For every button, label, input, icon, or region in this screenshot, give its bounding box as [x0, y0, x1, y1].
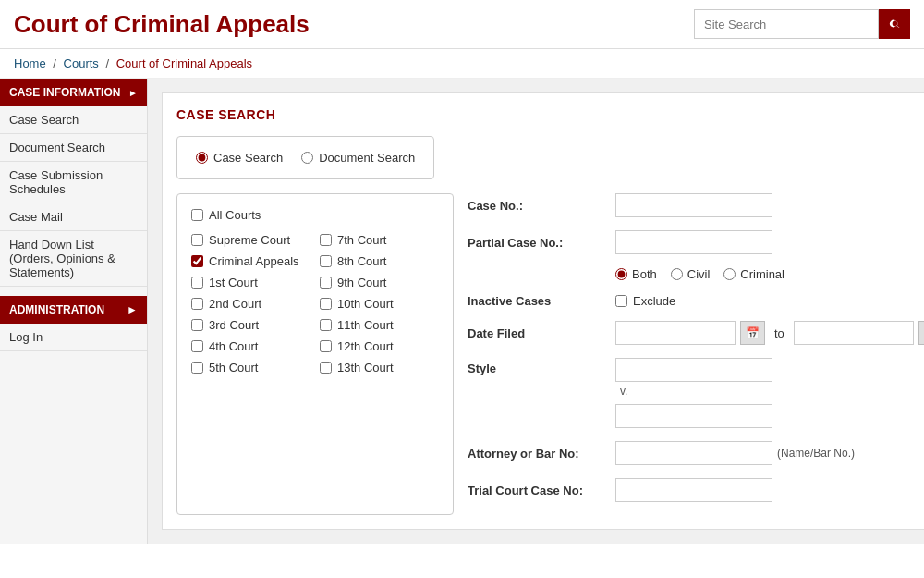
two-col-layout: All Courts Supreme Court 7th Court [176, 193, 924, 515]
court-label-13: 13th Court [337, 361, 394, 375]
breadcrumb-current[interactable]: Court of Criminal Appeals [116, 56, 252, 70]
court-checkbox-11[interactable] [320, 340, 332, 352]
attorney-label: Attorney or Bar No: [468, 447, 615, 461]
court-item-3[interactable]: 8th Court [320, 254, 439, 268]
breadcrumb-home[interactable]: Home [14, 56, 46, 70]
trial-court-label: Trial Court Case No: [468, 484, 615, 498]
civil-option[interactable]: Civil [671, 267, 711, 281]
court-checkbox-5[interactable] [320, 277, 332, 289]
filter-radio-options: Both Civil Criminal [615, 267, 784, 281]
court-checkbox-3[interactable] [320, 255, 332, 267]
date-to-input[interactable] [794, 321, 914, 345]
content-inner: CASE SEARCH Case Search Document Search [162, 92, 924, 530]
court-checkbox-1[interactable] [320, 234, 332, 246]
breadcrumb-courts[interactable]: Courts [64, 56, 99, 70]
court-item-6[interactable]: 2nd Court [191, 297, 310, 311]
court-item-4[interactable]: 1st Court [191, 276, 310, 289]
partial-case-no-label: Partial Case No.: [468, 236, 615, 250]
civil-radio[interactable] [671, 268, 683, 280]
court-label-2: Criminal Appeals [209, 254, 299, 268]
site-search-bar [694, 9, 910, 39]
sidebar-item-hand-down: Hand Down List (Orders, Opinions & State… [0, 231, 147, 287]
document-search-radio[interactable] [301, 152, 313, 164]
all-courts-row: All Courts [191, 208, 439, 222]
court-item-0[interactable]: Supreme Court [191, 233, 310, 247]
sidebar-link-login[interactable]: Log In [0, 324, 147, 351]
court-checkbox-13[interactable] [320, 362, 332, 374]
court-checkbox-9[interactable] [320, 319, 332, 331]
court-checkbox-10[interactable] [191, 340, 203, 352]
site-search-button[interactable] [879, 9, 910, 39]
sidebar-item-case-search: Case Search [0, 106, 147, 134]
court-item-1[interactable]: 7th Court [320, 233, 439, 247]
main-content: CASE SEARCH Case Search Document Search [148, 79, 924, 544]
case-info-arrow-icon: ► [128, 88, 138, 98]
court-checkbox-2[interactable] [191, 255, 203, 267]
site-search-input[interactable] [694, 9, 879, 39]
court-checkbox-12[interactable] [191, 362, 203, 374]
sidebar-link-hand-down[interactable]: Hand Down List (Orders, Opinions & State… [0, 231, 147, 287]
document-search-option[interactable]: Document Search [301, 151, 415, 165]
court-checkbox-8[interactable] [191, 319, 203, 331]
exclude-option[interactable]: Exclude [615, 294, 675, 308]
court-label-7: 10th Court [337, 297, 394, 311]
sidebar-item-submission: Case Submission Schedules [0, 162, 147, 203]
sidebar-item-doc-search: Document Search [0, 134, 147, 162]
court-label-0: Supreme Court [209, 233, 290, 247]
court-item-13[interactable]: 13th Court [320, 361, 439, 375]
date-to-calendar-button[interactable]: 📅 [918, 321, 924, 345]
date-filed-label: Date Filed [468, 326, 615, 340]
court-item-2[interactable]: Criminal Appeals [191, 254, 310, 268]
court-checkbox-6[interactable] [191, 298, 203, 310]
both-option[interactable]: Both [615, 267, 657, 281]
court-checkbox-7[interactable] [320, 298, 332, 310]
court-label-4: 1st Court [209, 276, 258, 289]
court-checkbox-4[interactable] [191, 277, 203, 289]
case-search-option[interactable]: Case Search [196, 151, 283, 165]
date-filed-row: Date Filed 📅 to 📅 [468, 321, 924, 345]
court-item-7[interactable]: 10th Court [320, 297, 439, 311]
calendar-icon-from: 📅 [746, 326, 760, 339]
case-info-section-header[interactable]: CASE INFORMATION ► [0, 79, 147, 106]
sidebar-item-case-mail: Case Mail [0, 203, 147, 231]
criminal-option[interactable]: Criminal [723, 267, 784, 281]
all-courts-checkbox[interactable] [191, 209, 203, 221]
case-search-radio[interactable] [196, 152, 208, 164]
case-no-input[interactable] [615, 193, 772, 217]
style-label: Style [468, 358, 615, 375]
court-item-9[interactable]: 11th Court [320, 318, 439, 332]
sidebar-link-doc-search[interactable]: Document Search [0, 134, 147, 162]
case-info-label: CASE INFORMATION [9, 86, 120, 99]
admin-section-header[interactable]: ADMINISTRATION ► [0, 296, 147, 324]
court-checkbox-0[interactable] [191, 234, 203, 246]
court-label-3: 8th Court [337, 254, 386, 268]
style-input-bottom[interactable] [615, 404, 772, 428]
sidebar-link-case-mail[interactable]: Case Mail [0, 203, 147, 231]
trial-court-input[interactable] [615, 478, 772, 502]
style-input-top[interactable] [615, 358, 772, 382]
court-item-11[interactable]: 12th Court [320, 339, 439, 353]
name-bar-hint: (Name/Bar No.) [777, 447, 855, 460]
court-item-5[interactable]: 9th Court [320, 276, 439, 289]
both-radio[interactable] [615, 268, 627, 280]
filter-radio-row: Both Civil Criminal [468, 267, 924, 281]
sidebar-link-case-search[interactable]: Case Search [0, 106, 147, 134]
inactive-cases-row: Inactive Cases Exclude [468, 294, 924, 308]
partial-case-no-input[interactable] [615, 230, 772, 254]
sidebar-nav: Case Search Document Search Case Submiss… [0, 106, 147, 287]
court-label-5: 9th Court [337, 276, 386, 289]
both-label: Both [632, 267, 657, 281]
court-item-12[interactable]: 5th Court [191, 361, 310, 375]
date-from-calendar-button[interactable]: 📅 [740, 321, 765, 345]
all-courts-label[interactable]: All Courts [209, 208, 261, 222]
sidebar-link-submission[interactable]: Case Submission Schedules [0, 162, 147, 203]
search-form: Case No.: Partial Case No.: [468, 193, 924, 515]
court-item-8[interactable]: 3rd Court [191, 318, 310, 332]
court-label-1: 7th Court [337, 233, 386, 247]
attorney-input[interactable] [615, 441, 772, 465]
date-from-input[interactable] [615, 321, 736, 345]
criminal-radio[interactable] [723, 268, 736, 280]
style-row: Style v. [468, 358, 924, 428]
court-item-10[interactable]: 4th Court [191, 339, 310, 353]
exclude-checkbox[interactable] [615, 295, 627, 307]
